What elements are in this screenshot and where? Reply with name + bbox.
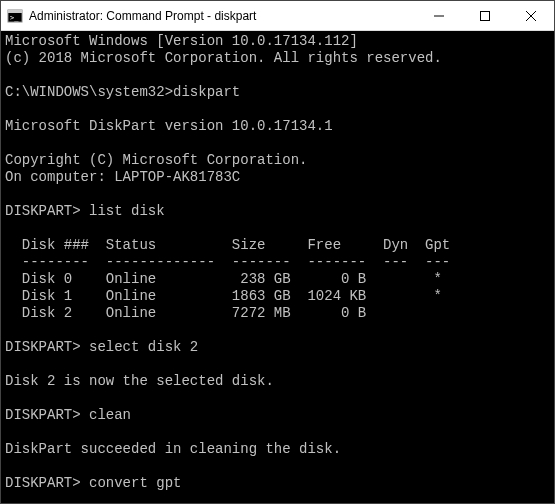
terminal-line: Disk ### Status Size Free Dyn Gpt [5,237,550,254]
titlebar: >_ Administrator: Command Prompt - diskp… [1,1,554,31]
terminal-line [5,322,550,339]
terminal-line: Disk 2 is now the selected disk. [5,373,550,390]
window-controls [416,1,554,30]
window-title: Administrator: Command Prompt - diskpart [29,9,416,23]
terminal-line [5,492,550,503]
terminal-line [5,458,550,475]
terminal-line: DISKPART> clean [5,407,550,424]
maximize-button[interactable] [462,1,508,30]
terminal-line [5,101,550,118]
terminal-line [5,424,550,441]
terminal-line: On computer: LAPTOP-AK81783C [5,169,550,186]
terminal-line: Disk 1 Online 1863 GB 1024 KB * [5,288,550,305]
terminal-line: Microsoft DiskPart version 10.0.17134.1 [5,118,550,135]
terminal-line [5,67,550,84]
terminal-line: Copyright (C) Microsoft Corporation. [5,152,550,169]
terminal-line [5,356,550,373]
terminal-line: Disk 0 Online 238 GB 0 B * [5,271,550,288]
terminal-line: DISKPART> select disk 2 [5,339,550,356]
terminal-line [5,186,550,203]
terminal-line: DISKPART> list disk [5,203,550,220]
terminal-line: DiskPart succeeded in cleaning the disk. [5,441,550,458]
svg-rect-1 [8,10,22,13]
terminal-line [5,135,550,152]
minimize-button[interactable] [416,1,462,30]
terminal-line: Disk 2 Online 7272 MB 0 B [5,305,550,322]
terminal-line: (c) 2018 Microsoft Corporation. All righ… [5,50,550,67]
terminal-line: DISKPART> convert gpt [5,475,550,492]
terminal-line: Microsoft Windows [Version 10.0.17134.11… [5,33,550,50]
terminal-line: -------- ------------- ------- ------- -… [5,254,550,271]
terminal-line: C:\WINDOWS\system32>diskpart [5,84,550,101]
app-icon: >_ [7,8,23,24]
terminal-line [5,220,550,237]
svg-text:>_: >_ [10,14,19,22]
svg-rect-4 [481,11,490,20]
terminal-line [5,390,550,407]
terminal-output[interactable]: Microsoft Windows [Version 10.0.17134.11… [1,31,554,503]
close-button[interactable] [508,1,554,30]
